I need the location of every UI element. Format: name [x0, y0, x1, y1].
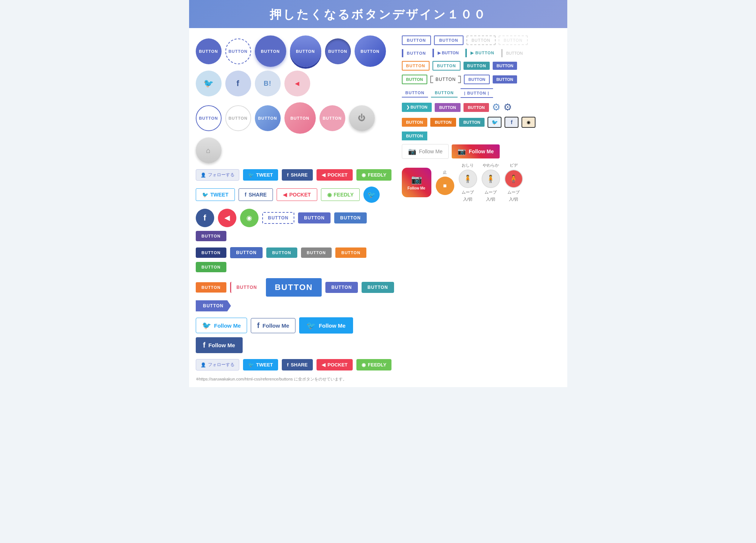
- anim-move1-card: おしり 🧍 ムーブ 入/切: [459, 163, 477, 202]
- twitter-icon4: 🐦: [202, 321, 211, 330]
- button-gray1[interactable]: BUTTON: [301, 247, 332, 258]
- follow-small-button[interactable]: 👤 フォローする: [196, 169, 239, 181]
- rc-orange-solid[interactable]: BUTTON: [402, 118, 428, 127]
- rc-bracket[interactable]: BUTTON: [430, 74, 461, 85]
- rc-chevron-red[interactable]: BUTTON: [463, 103, 489, 112]
- device-rss[interactable]: ◉: [521, 117, 536, 128]
- rc-left-border-2[interactable]: ▶ BUTTON: [432, 49, 462, 57]
- button-orange2[interactable]: BUTTON: [196, 282, 227, 293]
- circle-hatena-button[interactable]: B!: [255, 71, 281, 96]
- circle-flat-button[interactable]: BUTTON: [196, 38, 222, 64]
- button-skewed-arrow[interactable]: BUTTON: [196, 300, 231, 311]
- circle-inset-button[interactable]: BUTTON: [325, 38, 351, 64]
- anim-stop-button[interactable]: ■: [436, 177, 454, 195]
- pocket-button-filled[interactable]: ◀ POCKET: [317, 169, 353, 181]
- share-facebook-button-bottom[interactable]: f SHARE: [282, 359, 313, 370]
- rc-underline-blue[interactable]: BUTTON: [402, 89, 428, 98]
- rc-chevron-teal[interactable]: ❯ BUTTON: [402, 103, 432, 112]
- rc-button-dashed-1[interactable]: BUTTON: [466, 35, 496, 45]
- circle-facebook-button[interactable]: f: [225, 71, 251, 96]
- circle-outline-button[interactable]: BUTTON: [196, 105, 222, 131]
- rss-circle-button[interactable]: ◉: [240, 209, 259, 227]
- feedly-button-outline[interactable]: ◉ FEEDLY: [321, 188, 360, 201]
- twitter-icon2: 🐦: [202, 192, 208, 198]
- facebook-circle-button[interactable]: f: [196, 209, 214, 227]
- button-green1[interactable]: BUTTON: [196, 262, 227, 272]
- follow-me-facebook-filled[interactable]: f Follow Me: [196, 337, 243, 353]
- circle-3d-button[interactable]: BUTTON: [290, 35, 321, 67]
- circle-border-button[interactable]: BUTTON: [225, 38, 251, 64]
- right-ig-row: 📷 Follow Me 📷 Follow Me: [402, 144, 561, 159]
- share-facebook-button-filled[interactable]: f SHARE: [282, 169, 313, 181]
- instagram-large-button[interactable]: 📷 Follow Me: [402, 168, 431, 197]
- button-red-left[interactable]: BUTTON: [230, 282, 262, 293]
- rc-orange-text[interactable]: BUTTON: [402, 61, 430, 71]
- circle-pocket-button[interactable]: ◀: [284, 71, 310, 96]
- rc-button-dashed-2[interactable]: BUTTON: [499, 35, 528, 45]
- tweet-button-filled[interactable]: 🐦 TWEET: [243, 169, 278, 181]
- rc-left-border-4[interactable]: BUTTON: [501, 49, 527, 57]
- twitter-circle-button[interactable]: 🐦: [363, 187, 380, 203]
- rss-icon3: ◉: [362, 362, 366, 368]
- tweet-button-outline[interactable]: 🐦 TWEET: [196, 188, 235, 201]
- rc-teal-solid[interactable]: BUTTON: [459, 118, 485, 127]
- feedly-button-filled[interactable]: ◉ FEEDLY: [356, 169, 391, 181]
- rc-button-outline-2[interactable]: BUTTON: [434, 35, 463, 45]
- button-dashed[interactable]: BUTTON: [262, 212, 295, 224]
- pocket-circle-button[interactable]: ◀: [218, 209, 236, 227]
- device-twitter[interactable]: 🐦: [488, 117, 502, 128]
- rc-orange2-solid[interactable]: BUTTON: [430, 118, 456, 127]
- anim-move3-card: ビデ 🧍 ムーブ 入/切: [504, 163, 523, 202]
- follow-me-ig-gradient[interactable]: 📷 Follow Me: [452, 144, 500, 158]
- button-big-blue[interactable]: BUTTON: [266, 278, 322, 297]
- anim-move1-button[interactable]: 🧍: [459, 170, 477, 188]
- rc-blue-bold[interactable]: BUTTON: [464, 75, 490, 84]
- device-facebook[interactable]: f: [504, 117, 519, 128]
- button-blue2a[interactable]: BUTTON: [230, 247, 263, 258]
- rc-underline-teal[interactable]: BUTTON: [431, 89, 458, 98]
- follow-me-ig-outline[interactable]: 📷 Follow Me: [402, 144, 449, 159]
- circle-shadow-button[interactable]: BUTTON: [255, 35, 286, 67]
- share-facebook-button-outline[interactable]: f SHARE: [239, 188, 273, 201]
- button-darkblue1[interactable]: BUTTON: [196, 247, 227, 258]
- rc-left-border-1[interactable]: BUTTON: [402, 49, 430, 57]
- button-blue-rect[interactable]: BUTTON: [298, 212, 331, 223]
- rc-teal-filled[interactable]: BUTTON: [463, 62, 490, 70]
- rc-blue-filled2[interactable]: BUTTON: [493, 75, 517, 83]
- rc-left-border-3[interactable]: ▶ BUTTON: [465, 49, 498, 57]
- circle-pink-button[interactable]: BUTTON: [284, 102, 316, 134]
- circle-blue-grad-button[interactable]: BUTTON: [255, 105, 281, 131]
- instagram-icon3: 📷: [411, 174, 422, 185]
- circle-outline2-button[interactable]: BUTTON: [225, 105, 251, 131]
- button-rect-teal2[interactable]: BUTTON: [362, 282, 394, 293]
- rss-icon: ◉: [362, 172, 366, 178]
- pocket-button-bottom[interactable]: ◀ POCKET: [317, 359, 353, 370]
- circle-gradient-button[interactable]: BUTTON: [355, 35, 386, 67]
- rc-button-outline-1[interactable]: BUTTON: [402, 35, 431, 45]
- rc-blue-filled[interactable]: BUTTON: [493, 62, 517, 70]
- button-teal1[interactable]: BUTTON: [266, 247, 297, 258]
- rc-chevron-purple[interactable]: BUTTON: [435, 103, 461, 112]
- button-rect-blue3[interactable]: BUTTON: [325, 282, 358, 293]
- follow-me-twitter-outline[interactable]: 🐦 Follow Me: [196, 318, 247, 333]
- anim-move3-button[interactable]: 🧍: [504, 170, 523, 188]
- rc-teal-text[interactable]: BUTTON: [432, 61, 461, 71]
- circle-pink-flat-button[interactable]: BUTTON: [319, 105, 345, 131]
- follow-small-button-bottom[interactable]: 👤 フォローする: [196, 359, 239, 370]
- rc-wave-button[interactable]: BUTTON: [402, 132, 428, 140]
- anim-move2-button[interactable]: 🧍: [482, 170, 500, 188]
- button-purple-dark-rect[interactable]: BUTTON: [196, 231, 227, 241]
- follow-me-twitter-filled[interactable]: 🐦 Follow Me: [299, 317, 353, 334]
- circle-twitter-button[interactable]: 🐦: [196, 71, 222, 96]
- feedly-button-bottom[interactable]: ◉ FEEDLY: [356, 359, 391, 370]
- rc-topbottom[interactable]: | BUTTON |: [461, 88, 493, 98]
- pocket-button-outline[interactable]: ◀ POCKET: [277, 188, 317, 201]
- button-orange1[interactable]: BUTTON: [335, 247, 366, 258]
- follow-me-facebook-outline[interactable]: f Follow Me: [251, 318, 295, 333]
- button-blue2-rect[interactable]: BUTTON: [334, 212, 367, 223]
- rc-green-filled[interactable]: BUTTON: [402, 75, 428, 84]
- tweet-button-bottom[interactable]: 🐦 TWEET: [243, 359, 278, 370]
- circle-power-button[interactable]: ⏻: [349, 105, 375, 131]
- circle-home-button[interactable]: ⌂: [196, 137, 222, 163]
- user-icon: 👤: [201, 173, 206, 178]
